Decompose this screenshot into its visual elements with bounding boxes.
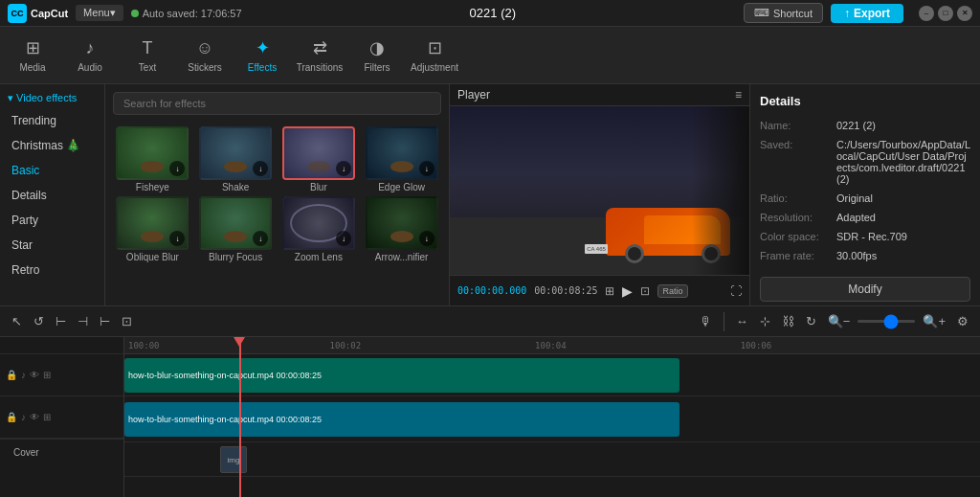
effect-thumb-edgeglow: ↓ bbox=[366, 126, 438, 180]
effect-blur[interactable]: ↓ Blur bbox=[279, 126, 359, 192]
toolbar-item-adjustment[interactable]: ⊡ Adjustment bbox=[406, 29, 463, 82]
detail-label-resolution: Resolution: bbox=[760, 212, 836, 223]
effect-zoomlens[interactable]: ↓ Zoom Lens bbox=[279, 196, 359, 262]
tl-cover-label: Cover bbox=[8, 443, 45, 462]
tl-split[interactable]: ⊢ bbox=[52, 311, 70, 331]
tl-audio-icon2[interactable]: ♪ bbox=[21, 412, 26, 422]
detail-value-saved: C:/Users/Tourbox/AppData/Local/CapCut/Us… bbox=[836, 139, 970, 185]
tl-split2[interactable]: ⊹ bbox=[756, 311, 774, 331]
grid-icon[interactable]: ⊞ bbox=[605, 284, 614, 298]
detail-label-name: Name: bbox=[760, 120, 836, 131]
details-title: Details bbox=[760, 94, 970, 108]
tl-main-clip[interactable]: how-to-blur-something-on-capcut.mp4 00:0… bbox=[124, 358, 679, 393]
tl-lock-icon[interactable]: 🔒 bbox=[6, 370, 17, 380]
tl-freeze[interactable]: ⊡ bbox=[118, 311, 136, 331]
effect-fisheye[interactable]: ↓ Fisheye bbox=[113, 126, 192, 192]
app-logo: CC CapCut bbox=[8, 4, 68, 23]
toolbar-item-transitions[interactable]: ⇄ Transitions bbox=[291, 29, 348, 82]
play-button[interactable]: ▶ bbox=[622, 283, 633, 299]
tl-mic-btn[interactable]: 🎙 bbox=[696, 311, 716, 331]
download-icon-zoomlens[interactable]: ↓ bbox=[336, 231, 351, 246]
toolbar-item-stickers[interactable]: ☺ Stickers bbox=[176, 29, 234, 82]
effect-oblique[interactable]: ↓ Oblique Blur bbox=[113, 196, 192, 262]
download-icon-shake[interactable]: ↓ bbox=[253, 161, 268, 176]
detail-row-framerate: Frame rate: 30.00fps bbox=[760, 250, 970, 261]
auto-saved-dot bbox=[131, 10, 139, 17]
effect-label-blurryfocus: Blurry Focus bbox=[209, 252, 262, 262]
tl-fit-btn[interactable]: ↔ bbox=[732, 311, 752, 331]
tl-lock-icon2[interactable]: 🔒 bbox=[6, 412, 17, 422]
sidebar-item-details[interactable]: Details bbox=[0, 183, 104, 208]
effect-label-blur: Blur bbox=[310, 182, 327, 192]
maximize-button[interactable]: □ bbox=[938, 6, 953, 21]
filters-label: Filters bbox=[364, 62, 390, 73]
effects-panel: ↓ Fisheye ↓ Shake ↓ Blur bbox=[105, 84, 450, 305]
fullscreen-icon[interactable]: ⛶ bbox=[730, 284, 742, 298]
effects-search-container bbox=[105, 84, 449, 123]
sidebar-item-party[interactable]: Party bbox=[0, 208, 104, 233]
tl-select-tool[interactable]: ↖ bbox=[8, 311, 26, 331]
tl-loop[interactable]: ↻ bbox=[802, 311, 820, 331]
tl-audio-clip[interactable]: how-to-blur-something-on-capcut.mp4 00:0… bbox=[124, 402, 679, 437]
download-icon-arrow[interactable]: ↓ bbox=[419, 231, 434, 246]
download-icon-blur[interactable]: ↓ bbox=[336, 161, 351, 176]
toolbar-item-media[interactable]: ⊞ Media bbox=[4, 29, 61, 82]
player-menu-icon[interactable]: ≡ bbox=[735, 88, 742, 102]
toolbar-item-audio[interactable]: ♪ Audio bbox=[61, 29, 119, 82]
tl-zoom-slider[interactable] bbox=[858, 320, 915, 323]
detail-value-resolution: Adapted bbox=[836, 212, 970, 223]
auto-saved-text: Auto saved: 17:06:57 bbox=[143, 8, 242, 19]
main-toolbar: ⊞ Media ♪ Audio T Text ☺ Stickers ✦ Effe… bbox=[0, 27, 980, 84]
tl-link[interactable]: ⛓ bbox=[778, 311, 798, 331]
effect-edgeglow[interactable]: ↓ Edge Glow bbox=[362, 126, 441, 192]
timeline-track-controls: 🔒 ♪ 👁 ⊞ 🔒 ♪ 👁 ⊞ Cover bbox=[0, 337, 124, 497]
top-right-controls: ⌨ Shortcut ↑ Export – □ ✕ bbox=[744, 3, 972, 23]
close-button[interactable]: ✕ bbox=[957, 6, 972, 21]
tl-audio-clip-label: how-to-blur-something-on-capcut.mp4 00:0… bbox=[128, 415, 322, 424]
download-icon-edgeglow[interactable]: ↓ bbox=[419, 161, 434, 176]
effects-icon: ✦ bbox=[256, 37, 270, 58]
toolbar-item-effects[interactable]: ✦ Effects bbox=[234, 29, 291, 82]
tl-trim-right[interactable]: ⊢ bbox=[96, 311, 114, 331]
tl-trim-left[interactable]: ⊣ bbox=[74, 311, 92, 331]
export-button[interactable]: ↑ Export bbox=[831, 4, 903, 23]
tl-zoom-out[interactable]: 🔍− bbox=[824, 311, 855, 331]
effects-search-input[interactable] bbox=[113, 92, 441, 115]
tl-main-clip-label: how-to-blur-something-on-capcut.mp4 00:0… bbox=[128, 371, 322, 380]
toolbar-item-text[interactable]: T Text bbox=[119, 29, 176, 82]
tl-eye-icon[interactable]: 👁 bbox=[30, 370, 39, 380]
tl-zoom-in[interactable]: 🔍+ bbox=[919, 311, 949, 331]
adjustment-icon: ⊡ bbox=[428, 37, 442, 58]
effect-blurryfocus[interactable]: ↓ Blurry Focus bbox=[196, 196, 276, 262]
tl-expand-icon2[interactable]: ⊞ bbox=[43, 412, 51, 422]
effect-arrow[interactable]: ↓ Arrow...nifier bbox=[362, 196, 441, 262]
tl-eye-icon2[interactable]: 👁 bbox=[30, 412, 39, 422]
sidebar-item-basic[interactable]: Basic bbox=[0, 158, 104, 183]
effect-shake[interactable]: ↓ Shake bbox=[196, 126, 276, 192]
detail-value-colorspace: SDR - Rec.709 bbox=[836, 231, 970, 242]
audio-icon: ♪ bbox=[86, 38, 95, 58]
sidebar-item-christmas[interactable]: Christmas 🎄 bbox=[0, 133, 104, 158]
tl-audio-icon[interactable]: ♪ bbox=[21, 370, 26, 380]
detail-value-ratio: Original bbox=[836, 192, 970, 204]
sidebar-item-retro[interactable]: Retro bbox=[0, 258, 104, 282]
ruler-mark-1: 100:02 bbox=[330, 341, 362, 350]
crop-icon[interactable]: ⊡ bbox=[640, 284, 650, 298]
player-controls: 00:00:00.000 00:00:08:25 ⊞ ▶ ⊡ Ratio ⛶ bbox=[450, 275, 749, 305]
tl-expand-icon[interactable]: ⊞ bbox=[43, 370, 51, 380]
minimize-button[interactable]: – bbox=[919, 6, 934, 21]
sidebar-item-trending[interactable]: Trending bbox=[0, 108, 104, 133]
toolbar-item-filters[interactable]: ◑ Filters bbox=[348, 29, 406, 82]
modify-button[interactable]: Modify bbox=[760, 277, 970, 302]
sidebar-item-star[interactable]: Star bbox=[0, 233, 104, 258]
timeline: ↖ ↺ ⊢ ⊣ ⊢ ⊡ 🎙 ↔ ⊹ ⛓ ↻ 🔍− 🔍+ ⚙ 🔒 ♪ 👁 ⊞ 🔒 bbox=[0, 305, 980, 497]
shortcut-button[interactable]: ⌨ Shortcut bbox=[744, 3, 823, 23]
tl-undo[interactable]: ↺ bbox=[30, 311, 48, 331]
stickers-icon: ☺ bbox=[196, 38, 213, 58]
download-icon-blurryfocus[interactable]: ↓ bbox=[253, 231, 268, 246]
ratio-button[interactable]: Ratio bbox=[657, 284, 687, 298]
menu-button[interactable]: Menu▾ bbox=[76, 5, 123, 21]
detail-label-colorspace: Color space: bbox=[760, 231, 836, 242]
effect-thumb-fisheye: ↓ bbox=[116, 126, 189, 180]
tl-settings[interactable]: ⚙ bbox=[953, 311, 972, 331]
